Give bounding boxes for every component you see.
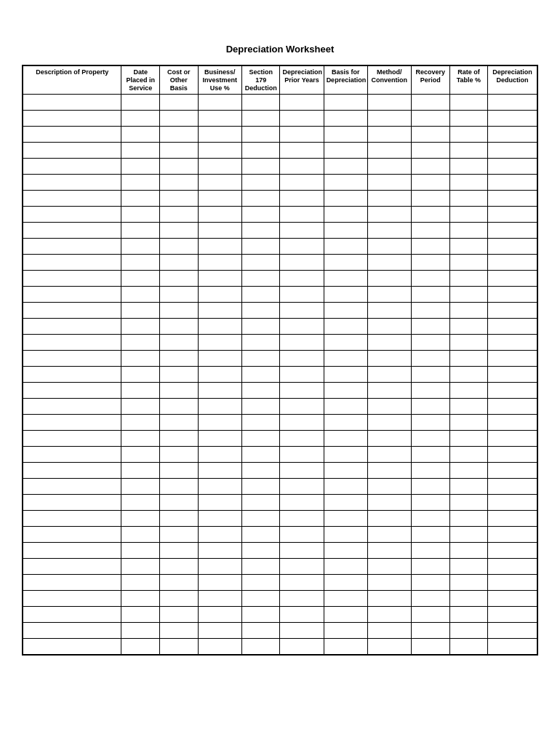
table-cell[interactable] [488,335,537,351]
table-cell[interactable] [121,255,160,271]
table-cell[interactable] [280,607,324,623]
table-cell[interactable] [411,527,449,543]
table-cell[interactable] [488,415,537,431]
table-cell[interactable] [160,415,199,431]
table-cell[interactable] [488,575,537,591]
table-cell[interactable] [198,623,241,639]
table-cell[interactable] [198,127,241,143]
table-cell[interactable] [488,511,537,527]
table-cell[interactable] [449,447,488,463]
table-cell[interactable] [280,639,324,655]
table-cell[interactable] [488,95,537,111]
table-cell[interactable] [324,239,367,255]
table-cell[interactable] [23,431,121,447]
table-cell[interactable] [241,239,280,255]
table-cell[interactable] [160,303,199,319]
table-cell[interactable] [23,639,121,655]
table-cell[interactable] [449,303,488,319]
table-cell[interactable] [241,639,280,655]
table-cell[interactable] [324,367,367,383]
table-cell[interactable] [449,287,488,303]
table-cell[interactable] [160,575,199,591]
table-cell[interactable] [324,351,367,367]
table-cell[interactable] [280,527,324,543]
table-cell[interactable] [411,367,449,383]
table-cell[interactable] [411,559,449,575]
table-cell[interactable] [324,527,367,543]
table-cell[interactable] [23,543,121,559]
table-cell[interactable] [449,223,488,239]
table-cell[interactable] [280,383,324,399]
table-cell[interactable] [160,271,199,287]
table-cell[interactable] [367,447,411,463]
table-cell[interactable] [121,223,160,239]
table-cell[interactable] [411,431,449,447]
table-cell[interactable] [488,127,537,143]
table-cell[interactable] [367,287,411,303]
table-cell[interactable] [449,431,488,447]
table-cell[interactable] [488,319,537,335]
table-cell[interactable] [411,623,449,639]
table-cell[interactable] [488,591,537,607]
table-cell[interactable] [488,623,537,639]
table-cell[interactable] [23,447,121,463]
table-row[interactable] [23,287,537,303]
table-cell[interactable] [241,575,280,591]
table-cell[interactable] [121,479,160,495]
table-cell[interactable] [488,143,537,159]
table-cell[interactable] [411,95,449,111]
table-cell[interactable] [280,463,324,479]
table-cell[interactable] [449,607,488,623]
table-cell[interactable] [411,591,449,607]
table-cell[interactable] [280,191,324,207]
table-cell[interactable] [121,623,160,639]
table-cell[interactable] [449,383,488,399]
table-cell[interactable] [121,527,160,543]
table-cell[interactable] [198,271,241,287]
table-cell[interactable] [411,111,449,127]
table-cell[interactable] [198,367,241,383]
table-cell[interactable] [324,303,367,319]
table-cell[interactable] [198,511,241,527]
table-cell[interactable] [23,367,121,383]
table-cell[interactable] [23,271,121,287]
table-cell[interactable] [280,351,324,367]
table-cell[interactable] [367,175,411,191]
table-row[interactable] [23,127,537,143]
table-cell[interactable] [280,159,324,175]
table-cell[interactable] [367,543,411,559]
table-cell[interactable] [367,127,411,143]
table-cell[interactable] [488,447,537,463]
table-cell[interactable] [160,207,199,223]
table-cell[interactable] [160,239,199,255]
table-cell[interactable] [411,159,449,175]
table-row[interactable] [23,111,537,127]
table-cell[interactable] [367,575,411,591]
table-cell[interactable] [23,207,121,223]
table-cell[interactable] [411,255,449,271]
table-cell[interactable] [280,287,324,303]
table-cell[interactable] [198,255,241,271]
table-cell[interactable] [324,159,367,175]
table-cell[interactable] [367,415,411,431]
table-cell[interactable] [449,175,488,191]
table-cell[interactable] [367,319,411,335]
table-row[interactable] [23,511,537,527]
table-cell[interactable] [488,271,537,287]
table-cell[interactable] [449,255,488,271]
table-cell[interactable] [241,159,280,175]
table-cell[interactable] [324,399,367,415]
table-cell[interactable] [241,495,280,511]
table-cell[interactable] [324,255,367,271]
table-cell[interactable] [121,639,160,655]
table-cell[interactable] [241,591,280,607]
table-cell[interactable] [241,383,280,399]
table-cell[interactable] [367,479,411,495]
table-cell[interactable] [324,479,367,495]
table-cell[interactable] [367,223,411,239]
table-cell[interactable] [324,383,367,399]
table-cell[interactable] [324,543,367,559]
table-cell[interactable] [449,271,488,287]
table-cell[interactable] [198,575,241,591]
table-cell[interactable] [160,255,199,271]
